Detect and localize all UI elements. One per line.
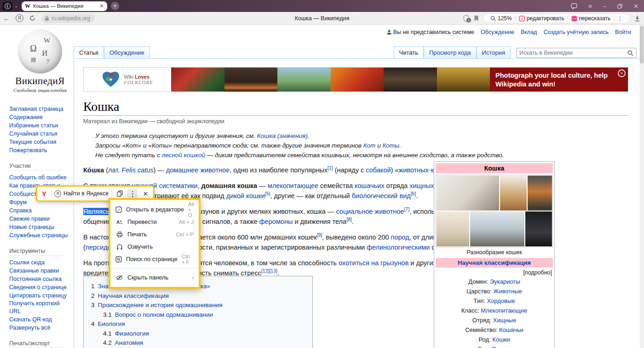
sidebar-item-help[interactable]: Справка	[9, 206, 71, 215]
sidebar-item-special-pages[interactable]: Служебные страницы	[9, 231, 71, 240]
sidebar-item-donate[interactable]: Пожертвовать	[9, 146, 71, 154]
sidebar-item-main-page[interactable]: Заглавная страница	[9, 105, 71, 113]
toc-item[interactable]: 2Научная классификация	[91, 291, 305, 301]
tab-close-icon[interactable]: ✕	[99, 3, 104, 9]
wiki-link[interactable]: биологический вид	[352, 192, 411, 200]
wiki-link[interactable]: фелинологическими	[367, 244, 430, 251]
wikipedia-wordmark[interactable]: ВикипедиЯ	[9, 75, 71, 87]
sidebar-item-cite-page[interactable]: Цитировать страницу	[9, 291, 71, 300]
more-menu-button[interactable]: ⋮	[614, 15, 626, 22]
menu-item-open-in-editor[interactable]: Открыть в редакторе Alt + O	[110, 203, 199, 216]
tab-read[interactable]: Читать	[394, 46, 424, 59]
menu-item-find-on-page[interactable]: Поиск по странице Ctrl + F	[110, 253, 199, 265]
banner-close-icon[interactable]: ×	[618, 69, 626, 77]
cat-photo-siamese[interactable]	[437, 211, 469, 246]
cat-photo-grey[interactable]	[525, 211, 552, 246]
wiki-search-box[interactable]	[516, 48, 637, 58]
sidebar-item-recent-changes[interactable]: Свежие правки	[9, 215, 71, 223]
wiki-link[interactable]: кошачьих	[355, 182, 384, 189]
sidebar-item-qr-code[interactable]: Скачать QR-код	[9, 315, 71, 324]
cat-photo-tabby-lying[interactable]	[437, 176, 499, 211]
personal-link-contribs[interactable]: Вклад	[521, 29, 537, 35]
wiki-link[interactable]: охотиться на грызунов	[339, 259, 408, 267]
sidebar-item-random[interactable]: Случайная статья	[9, 130, 71, 138]
reload-button[interactable]	[26, 15, 39, 21]
menu-item-hide-panel[interactable]: Скрыть панель ›	[110, 271, 199, 284]
wiki-link[interactable]: социальное животное	[336, 208, 404, 215]
yandex-services-button[interactable]: Я	[13, 14, 26, 22]
wiki-link[interactable]: собакой	[366, 166, 391, 174]
sidebar-item-related-changes[interactable]: Связанные правки	[9, 267, 71, 275]
back-button[interactable]: ←	[0, 15, 13, 22]
zoom-control[interactable]: 125%	[487, 15, 515, 22]
wiki-link[interactable]: лесной кошкой	[162, 152, 205, 159]
wiki-link[interactable]: Кошачьи	[499, 326, 523, 333]
wiki-link[interactable]: Эукариоты	[490, 278, 520, 285]
sidebar-item-report-error[interactable]: Сообщить об ошибке	[9, 173, 71, 182]
browser-tab[interactable]: W Кошка — Википедия ✕	[22, 1, 107, 11]
chevron-down-icon[interactable]: ⌄	[12, 4, 20, 8]
wiki-link[interactable]: Животные	[493, 288, 522, 295]
sidebar-item-contents[interactable]: Содержание	[9, 113, 71, 121]
wiki-link[interactable]: Хищные	[493, 317, 516, 324]
toolbar-close-icon[interactable]: ✕	[140, 189, 150, 198]
toc-item[interactable]: 4.1Физиология	[91, 329, 305, 339]
tab-counter-button[interactable]: 1	[2, 2, 12, 11]
wiki-loves-folklore-banner[interactable]: Wiki Loves FOLKLORE Photograph your loca…	[83, 67, 628, 92]
reference[interactable]: [12]	[261, 268, 270, 274]
reference[interactable]: [7]	[404, 206, 409, 212]
wiki-link[interactable]: домашнее животное	[166, 166, 230, 174]
reference[interactable]: [9]	[317, 232, 322, 238]
tab-article[interactable]: Статья	[74, 46, 104, 59]
reference[interactable]: [6]	[411, 191, 416, 196]
wiki-link[interactable]: Кот	[363, 142, 376, 149]
cat-photo-abyssinian[interactable]	[500, 176, 527, 211]
sidebar-item-page-info[interactable]: Сведения о странице	[9, 283, 71, 291]
sidebar-item-new-pages[interactable]: Новые страницы	[9, 223, 71, 231]
protect-shield-icon[interactable]: 1	[463, 15, 470, 22]
toolbar-more-button[interactable]: ⋮	[127, 189, 138, 198]
wiki-link[interactable]: Кошка (значения)	[257, 132, 308, 139]
tab-history[interactable]: История	[477, 46, 511, 59]
hamburger-menu-icon[interactable]: ≡	[588, 3, 592, 9]
menu-item-print[interactable]: Печать Ctrl + P	[110, 228, 199, 240]
reference[interactable]: [1]	[328, 165, 333, 171]
tab-view-source[interactable]: Просмотр кода	[424, 46, 477, 59]
scrollbar-thumb[interactable]	[640, 26, 644, 63]
yandex-logo[interactable]: Y	[40, 190, 48, 198]
copy-icon[interactable]	[115, 189, 125, 198]
personal-link-create-account[interactable]: Создать учётную запись	[543, 29, 609, 35]
wiki-link[interactable]: Кошки	[492, 336, 510, 343]
wiki-link[interactable]: млекопитающее	[268, 182, 318, 189]
chat-bubble-icon[interactable]	[571, 3, 577, 9]
wikipedia-globe-logo[interactable]: ΩWИ7維	[18, 29, 62, 74]
download-icon[interactable]	[634, 15, 640, 22]
edit-button[interactable]: редактировать	[516, 15, 568, 22]
personal-link-login[interactable]: Войти	[615, 29, 631, 35]
sidebar-item-what-links-here[interactable]: Ссылки сюда	[9, 258, 71, 267]
wiki-link[interactable]: дикой кошки	[226, 192, 265, 200]
bookmark-icon[interactable]	[474, 15, 479, 22]
retell-button[interactable]: пересказать	[568, 15, 614, 22]
maximize-button[interactable]	[617, 4, 622, 9]
infobox-sci-header[interactable]: Научная классификация	[436, 258, 553, 268]
infobox-detail-link[interactable]: [подробно]	[436, 268, 553, 277]
cat-photo-orange-white[interactable]	[528, 176, 552, 211]
reference[interactable]: [5]	[265, 191, 270, 196]
reference[interactable]: [13]	[269, 268, 277, 274]
wiki-link[interactable]: Хордовые	[487, 297, 515, 304]
toc-item[interactable]: 3.1Вопрос о полном одомашнивании	[91, 310, 305, 320]
wiki-link[interactable]: Felis catus	[121, 166, 153, 174]
menu-item-translate[interactable]: Aж Перевести Alt + J	[110, 216, 199, 228]
toc-item[interactable]: 4.2Анатомия	[91, 338, 305, 348]
wiki-link[interactable]: Млекопитающие	[481, 307, 527, 314]
wiki-link[interactable]: Коты	[382, 142, 399, 149]
menu-item-read-aloud[interactable]: Озвучить	[110, 240, 199, 253]
tab-discussion[interactable]: Обсуждение	[104, 46, 150, 59]
wiki-link[interactable]: хищных	[409, 182, 434, 189]
wiki-link[interactable]: феромоны	[259, 218, 293, 225]
toc-item[interactable]: 4Биология	[91, 319, 305, 329]
find-in-yandex-button[interactable]: Я Найти в Яндексе	[54, 190, 109, 197]
toc-item[interactable]: 3Происхождение и история одомашнивания	[91, 301, 305, 310]
wiki-link[interactable]: лат.	[108, 166, 120, 174]
